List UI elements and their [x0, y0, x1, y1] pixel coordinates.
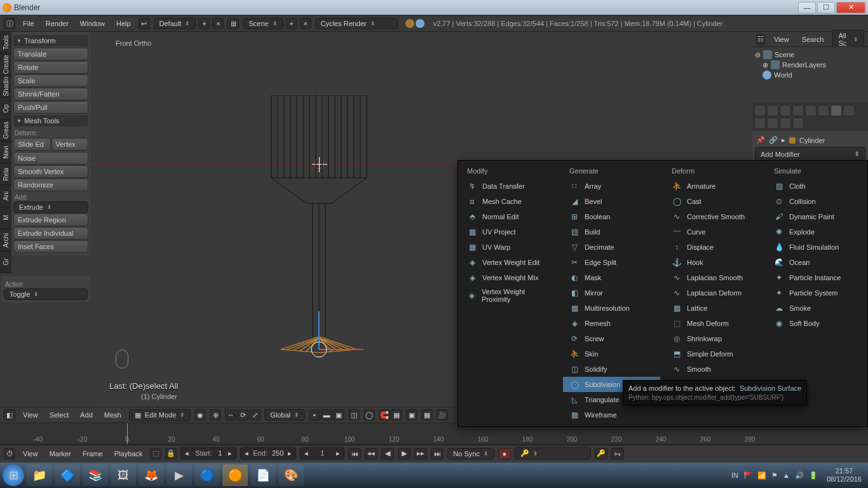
- mod-wireframe[interactable]: ▦Wireframe: [563, 407, 660, 423]
- scene-delete-icon[interactable]: ×: [300, 18, 311, 29]
- start-button[interactable]: ⊞: [3, 464, 24, 486]
- tray-network-icon[interactable]: 📶: [757, 471, 766, 480]
- mod-build[interactable]: ▤Build: [563, 224, 660, 240]
- taskbar-app1-icon[interactable]: 🔷: [55, 464, 80, 486]
- tl-menu-view[interactable]: View: [19, 449, 42, 459]
- outliner-display-select[interactable]: All Sc: [832, 30, 864, 49]
- taskbar-app2-icon[interactable]: 📚: [83, 464, 108, 486]
- mod-skin[interactable]: ⛹Skin: [563, 346, 660, 362]
- screen-add-icon[interactable]: +: [198, 18, 210, 29]
- jump-start-button[interactable]: ⏮: [348, 448, 361, 459]
- end-frame-field[interactable]: ◂ End:250 ▸: [240, 447, 296, 459]
- mod-corrective-smooth[interactable]: ∿Corrective Smooth: [665, 209, 763, 224]
- tray-chevron-icon[interactable]: ▲: [783, 471, 790, 479]
- mod-fluid[interactable]: 💧Fluid Simulation: [768, 240, 865, 255]
- mod-lattice[interactable]: ▦Lattice: [665, 301, 763, 316]
- screen-layout-select[interactable]: Default: [154, 18, 196, 29]
- prop-tab-constraints[interactable]: [818, 105, 829, 116]
- menu-help[interactable]: Help: [112, 18, 135, 29]
- mod-displace[interactable]: ↕Displace: [665, 240, 763, 255]
- mod-remesh[interactable]: ◈Remesh: [563, 316, 660, 331]
- push-pull-button[interactable]: Push/Pull: [13, 101, 88, 114]
- mod-edge-split[interactable]: ✂Edge Split: [563, 255, 660, 270]
- play-reverse-button[interactable]: ◀: [381, 448, 394, 459]
- randomize-button[interactable]: Randomize: [13, 179, 88, 191]
- outliner-renderlayers-row[interactable]: ⊕ RenderLayers: [754, 60, 867, 70]
- taskbar-mediaplayer-icon[interactable]: ▶: [166, 464, 192, 486]
- manipulator-scale-icon[interactable]: ⤢: [249, 409, 261, 421]
- limit-selection-icon[interactable]: ◫: [348, 409, 360, 421]
- mod-decimate[interactable]: ▽Decimate: [563, 240, 660, 255]
- keyframe-prev-button[interactable]: ◂◂: [365, 448, 377, 459]
- mod-uv-project[interactable]: ▦UV Project: [461, 224, 558, 240]
- mod-armature[interactable]: ⛹Armature: [665, 179, 763, 194]
- view3d-menu-select[interactable]: Select: [46, 410, 73, 420]
- action-select[interactable]: Toggle: [4, 288, 88, 300]
- link-icon[interactable]: 🔗: [769, 136, 778, 144]
- outliner[interactable]: ⊖ Scene ⊕ RenderLayers World: [752, 47, 868, 103]
- select-vertex-icon[interactable]: ▪: [309, 409, 320, 421]
- mod-multires[interactable]: ▦Multiresolution: [563, 301, 660, 316]
- insert-keyframe-button[interactable]: 🔑: [595, 448, 607, 459]
- mod-particle-instance[interactable]: ✦Particle Instance: [768, 270, 865, 285]
- tray-battery-icon[interactable]: 🔋: [809, 471, 818, 480]
- inset-faces-button[interactable]: Inset Faces: [13, 240, 88, 253]
- view3d-menu-view[interactable]: View: [19, 410, 42, 420]
- vtab-tools[interactable]: Tools: [0, 32, 11, 54]
- view3d-menu-mesh[interactable]: Mesh: [100, 410, 125, 420]
- mod-solidify[interactable]: ◫Solidify: [563, 362, 660, 377]
- view3d-editor-icon[interactable]: ◧: [4, 409, 15, 421]
- window-close-button[interactable]: ✕: [836, 2, 865, 13]
- orientation-select[interactable]: Global: [264, 409, 305, 421]
- range-toggle-icon[interactable]: ⬚: [150, 448, 161, 459]
- vtab-ani[interactable]: Ani: [0, 186, 11, 208]
- tl-menu-playback[interactable]: Playback: [111, 449, 147, 459]
- menu-file[interactable]: File: [19, 18, 38, 29]
- mod-mask[interactable]: ◐Mask: [563, 270, 660, 285]
- menu-window[interactable]: Window: [76, 18, 109, 29]
- jump-end-button[interactable]: ⏭: [431, 448, 444, 459]
- start-frame-field[interactable]: ◂ Start:1 ▸: [180, 447, 236, 459]
- prop-tab-scene[interactable]: [780, 105, 791, 116]
- smooth-vertex-button[interactable]: Smooth Vertex: [13, 165, 88, 178]
- extrude-select[interactable]: Extrude: [13, 201, 88, 213]
- tl-menu-frame[interactable]: Frame: [79, 449, 107, 459]
- taskbar-blender-icon[interactable]: 🟠: [222, 464, 248, 486]
- shrink-fatten-button[interactable]: Shrink/Fatten: [13, 88, 88, 100]
- taskbar-chrome-icon[interactable]: 🔵: [194, 464, 220, 486]
- prop-tab-renderlayers[interactable]: [767, 105, 778, 116]
- tray-lang[interactable]: IN: [731, 471, 738, 479]
- mod-screw[interactable]: ⟳Screw: [563, 331, 660, 346]
- extrude-region-button[interactable]: Extrude Region: [13, 214, 88, 226]
- mod-smoke[interactable]: ☁Smoke: [768, 301, 865, 316]
- tray-clock[interactable]: 21:57 08/12/2016: [823, 467, 865, 484]
- vtab-archi[interactable]: Archi: [0, 229, 11, 252]
- rotate-button[interactable]: Rotate: [13, 61, 88, 74]
- translate-button[interactable]: Translate: [13, 48, 88, 60]
- mod-shrinkwrap[interactable]: ◎Shrinkwrap: [665, 331, 763, 346]
- mode-select[interactable]: ▦ Edit Mode: [129, 409, 191, 421]
- camera-icon[interactable]: 🎥: [437, 409, 448, 421]
- vtab-shading[interactable]: Shadin: [0, 76, 11, 98]
- lock-range-icon[interactable]: 🔒: [165, 448, 177, 459]
- mod-boolean[interactable]: ⊞Boolean: [563, 209, 660, 224]
- vtab-gr[interactable]: Gr: [0, 251, 11, 273]
- mod-curve[interactable]: 〰Curve: [665, 224, 763, 240]
- mod-bevel[interactable]: ◢Bevel: [563, 194, 660, 209]
- view3d-menu-add[interactable]: Add: [76, 410, 97, 420]
- snap-element-icon[interactable]: ▦: [391, 409, 402, 421]
- outliner-scene-row[interactable]: ⊖ Scene: [754, 50, 867, 60]
- viewport-shading-icon[interactable]: ◉: [194, 409, 206, 421]
- mod-mesh-deform[interactable]: ⬚Mesh Deform: [665, 316, 763, 331]
- current-frame-field[interactable]: ◂ 1 ▸: [300, 447, 344, 459]
- tray-volume-icon[interactable]: 🔊: [795, 471, 804, 480]
- play-button[interactable]: ▶: [398, 448, 410, 459]
- keyframe-next-button[interactable]: ▸▸: [414, 448, 427, 459]
- prop-tab-object[interactable]: [805, 105, 817, 116]
- proportional-edit-icon[interactable]: ◯: [363, 409, 375, 421]
- mod-dynamic-paint[interactable]: 🖌Dynamic Paint: [768, 209, 865, 224]
- scale-button[interactable]: Scale: [13, 74, 88, 87]
- select-edge-icon[interactable]: ▬: [321, 409, 332, 421]
- outliner-menu-search[interactable]: Search: [798, 34, 828, 44]
- menu-render[interactable]: Render: [42, 18, 72, 29]
